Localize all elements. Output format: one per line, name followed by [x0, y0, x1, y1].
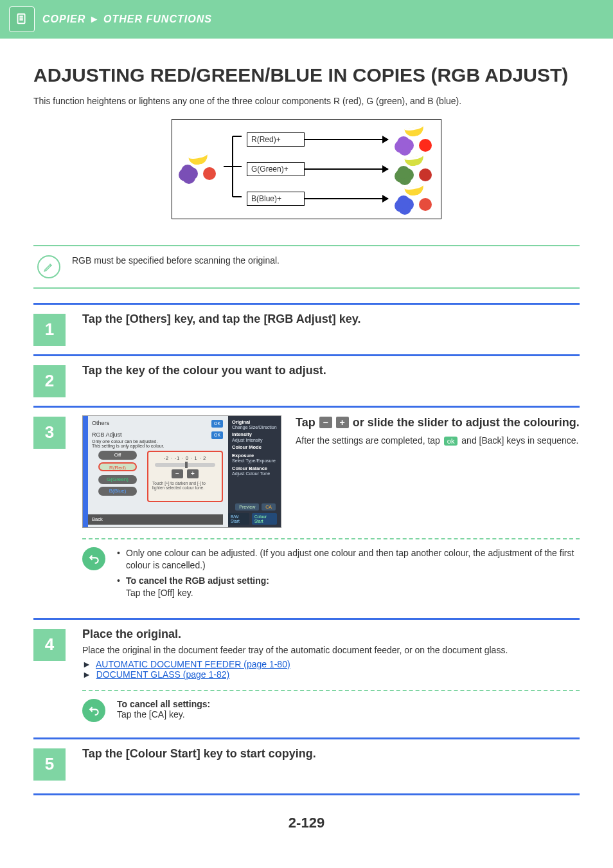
step-4-cancel: To cancel all settings: Tap the [CA] key… — [82, 699, 580, 722]
ss-ok-button[interactable]: OK — [211, 431, 223, 439]
step-heading: Tap the [Colour Start] key to start copy… — [82, 747, 580, 761]
plus-icon: + — [336, 417, 349, 428]
ss-bw-start-button[interactable]: B/W Start — [228, 513, 249, 525]
breadcrumb-text: COPIER ► OTHER FUNCTIONS — [42, 14, 212, 25]
step-heading: Tap the [Others] key, and tap the [RGB A… — [82, 312, 580, 326]
ss-blue-button[interactable]: B(Blue) — [98, 487, 137, 496]
minus-icon: − — [319, 417, 332, 428]
link-row: ► AUTOMATIC DOCUMENT FEEDER (page 1-80) — [82, 659, 580, 669]
rgb-diagram: R(Red)+ G(Green)+ B(Blue)+ — [33, 119, 580, 219]
tip-item: To cancel the RGB adjust setting: Tap th… — [117, 575, 580, 600]
ss-right-intensity[interactable]: IntensityAdjust Intensity — [232, 432, 277, 442]
cancel-all-label: To cancel all settings: — [117, 699, 210, 709]
arrow-icon: ► — [82, 669, 91, 680]
dashed-separator — [82, 538, 580, 539]
diagram-result-g — [392, 156, 437, 183]
back-arrow-icon — [82, 547, 105, 570]
ss-right-original[interactable]: OriginalChange Size/Direction — [232, 420, 277, 430]
ss-back-button[interactable]: Back — [92, 516, 103, 522]
ss-slider-panel: -2 · -1 · 0 · 1 · 2 − + Touch [+] to dar… — [147, 451, 223, 502]
step-number: 1 — [33, 314, 66, 346]
step-heading: Tap the key of the colour you want to ad… — [82, 364, 580, 377]
ss-bottom-bar: Back — [88, 514, 223, 525]
ss-preview-button[interactable]: Preview — [235, 503, 259, 511]
ss-others-label: Others — [92, 420, 109, 426]
diagram-label-b: B(Blue)+ — [247, 192, 305, 206]
breadcrumb-bar: COPIER ► OTHER FUNCTIONS — [0, 0, 613, 39]
diagram-result-r — [392, 126, 437, 153]
copier-icon — [9, 6, 35, 32]
cancel-all-body: Tap the [CA] key. — [117, 709, 185, 719]
step-number: 3 — [33, 417, 66, 449]
touchscreen-screenshot: Others OK OK RGB Adjust Only one colour … — [82, 415, 281, 528]
ss-slider-hint: Touch [+] to darken and [-] to lighten s… — [151, 481, 219, 490]
ss-right-exposure[interactable]: ExposureSelect Type/Exposure — [232, 453, 277, 464]
step-body-text: After the settings are completed, tap ok… — [296, 435, 580, 446]
step-heading: Tap − + or slide the slider to adjust th… — [296, 415, 580, 430]
step-4: 4 Place the original. Place the original… — [33, 618, 580, 731]
ss-right-balance[interactable]: Colour BalanceAdjust Colour Tone — [232, 466, 277, 476]
intro-text: This function heightens or lightens any … — [33, 96, 580, 106]
diagram-result-b — [392, 185, 437, 212]
ss-colour-start-button[interactable]: Colour Start — [252, 513, 277, 525]
back-arrow-icon — [82, 699, 105, 722]
step-2: 2 Tap the key of the colour you want to … — [33, 354, 580, 399]
ss-green-button[interactable]: G(Green) — [98, 475, 137, 484]
ss-minus-button[interactable]: − — [172, 469, 183, 478]
step-heading: Place the original. — [82, 628, 580, 641]
page-title: ADJUSTING RED/GREEN/BLUE IN COPIES (RGB … — [33, 64, 580, 87]
diagram-label-g: G(Green)+ — [247, 162, 305, 176]
step-number: 5 — [33, 748, 66, 781]
ss-panel-title: RGB Adjust — [92, 431, 122, 438]
step-body-text: Place the original in the document feede… — [82, 645, 580, 655]
page-number: 2-129 — [33, 815, 580, 831]
ss-off-button[interactable]: Off — [98, 451, 137, 460]
ss-ok-button[interactable]: OK — [211, 420, 223, 428]
tip-item: Only one colour can be adjusted. (If you… — [117, 547, 580, 572]
link-document-glass[interactable]: DOCUMENT GLASS (page 1-82) — [96, 669, 229, 680]
ss-plus-button[interactable]: + — [187, 469, 199, 478]
link-adf[interactable]: AUTOMATIC DOCUMENT FEEDER (page 1-80) — [96, 659, 290, 669]
arrow-icon: ► — [82, 659, 91, 669]
pencil-icon — [37, 255, 60, 278]
dashed-separator — [82, 690, 580, 691]
ss-right-panel: OriginalChange Size/Direction IntensityA… — [228, 416, 281, 527]
ss-panel-subtitle: Only one colour can be adjusted. This se… — [92, 439, 164, 449]
link-row: ► DOCUMENT GLASS (page 1-82) — [82, 669, 580, 680]
step-3-tips: Only one colour can be adjusted. (If you… — [82, 547, 580, 602]
step-3: 3 Others OK OK RGB Adjust Only one colou… — [33, 406, 580, 611]
breadcrumb-section: COPIER — [42, 14, 85, 24]
breadcrumb-arrow-icon: ► — [89, 14, 100, 24]
step-number: 2 — [33, 365, 66, 397]
ss-right-colour-mode[interactable]: Colour Mode — [232, 445, 277, 450]
step-5: 5 Tap the [Colour Start] key to start co… — [33, 737, 580, 795]
ss-slider[interactable] — [155, 463, 215, 467]
ok-icon: ok — [444, 437, 458, 446]
step-number: 4 — [33, 629, 66, 661]
note-text: RGB must be specified before scanning th… — [72, 255, 280, 266]
ss-ca-button[interactable]: CA — [262, 503, 276, 511]
step-1: 1 Tap the [Others] key, and tap the [RGB… — [33, 303, 580, 348]
ss-scale: -2 · -1 · 0 · 1 · 2 — [151, 456, 219, 460]
diagram-label-r: R(Red)+ — [247, 132, 305, 147]
breadcrumb-subsection: OTHER FUNCTIONS — [103, 14, 212, 24]
note-block: RGB must be specified before scanning th… — [33, 245, 580, 289]
ss-red-button[interactable]: R(Red) — [98, 462, 137, 471]
